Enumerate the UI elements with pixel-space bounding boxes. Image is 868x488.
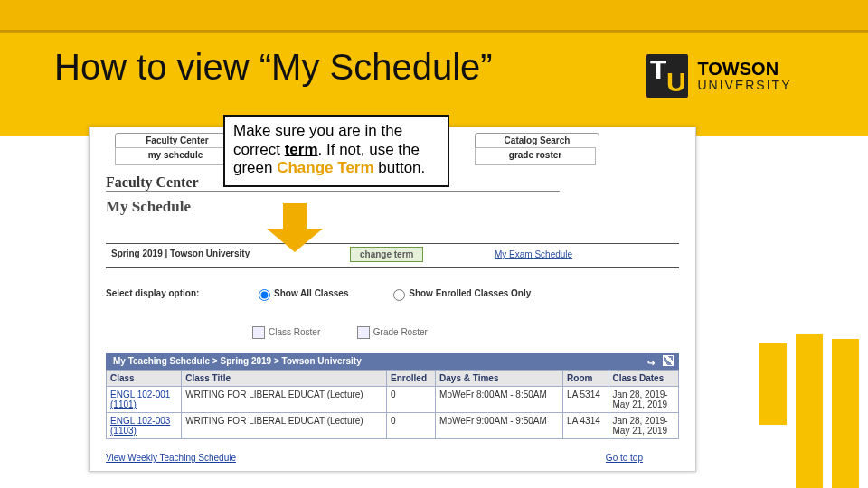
callout-term-word: term [285, 141, 318, 158]
instruction-callout: Make sure you are in the correct term. I… [223, 115, 449, 187]
teaching-schedule-table: ClassClass TitleEnrolledDays & TimesRoom… [106, 370, 679, 439]
class-title-cell: WRITING FOR LIBERAL EDUCAT (Lecture) [182, 387, 387, 413]
enrolled-cell: 0 [386, 413, 435, 439]
table-header: Enrolled [386, 371, 435, 387]
grid-icon[interactable] [663, 355, 674, 366]
daytime-cell: MoWeFr 9:00AM - 9:50AM [436, 413, 563, 439]
section-faculty-center-heading: Faculty Center [106, 174, 199, 191]
go-to-top-link[interactable]: Go to top [606, 453, 643, 463]
current-term-label: Spring 2019 | Towson University [111, 249, 250, 258]
subtab-my-schedule[interactable]: my schedule [116, 150, 235, 160]
table-header: Days & Times [436, 371, 563, 387]
subtab-grade-roster[interactable]: grade roster [476, 150, 595, 160]
faculty-center-panel: Faculty Center Catalog Search my schedul… [89, 127, 696, 472]
change-term-button[interactable]: change term [350, 247, 423, 262]
logo-u-letter: U [666, 67, 686, 98]
legend-row: Class Roster Grade Roster [252, 326, 428, 339]
legend-grade-roster: Grade Roster [373, 327, 428, 337]
dates-cell: Jan 28, 2019- May 21, 2019 [609, 413, 678, 439]
teaching-schedule-bar: My Teaching Schedule > Spring 2019 > Tow… [106, 353, 679, 370]
logo-mark-icon: T U [646, 54, 688, 98]
room-cell: LA 4314 [563, 413, 609, 439]
section-my-schedule-heading: My Schedule [106, 198, 191, 216]
class-link[interactable]: ENGL 102-001 [110, 389, 170, 399]
logo-text-line2: UNIVERSITY [697, 79, 791, 92]
class-number-link[interactable]: (1101) [110, 399, 137, 409]
radio-show-enrolled-input[interactable] [393, 289, 405, 301]
divider [106, 191, 560, 192]
teaching-schedule-bar-text: My Teaching Schedule > Spring 2019 > Tow… [113, 356, 362, 366]
class-link[interactable]: ENGL 102-003 [110, 416, 170, 426]
radio-show-all[interactable]: Show All Classes [254, 288, 348, 298]
export-icon[interactable] [647, 355, 656, 364]
logo-t-letter: T [650, 54, 666, 85]
table-header: Room [563, 371, 609, 387]
grade-roster-icon [357, 326, 370, 339]
class-number-link[interactable]: (1103) [110, 426, 137, 436]
class-roster-icon [252, 326, 265, 339]
daytime-cell: MoWeFr 8:00AM - 8:50AM [436, 387, 563, 413]
room-cell: LA 5314 [563, 387, 609, 413]
slide-title: How to view “My Schedule” [54, 47, 493, 88]
radio-show-enrolled[interactable]: Show Enrolled Classes Only [389, 288, 531, 298]
towson-logo: T U TOWSON UNIVERSITY [646, 54, 836, 105]
table-header: Class Dates [609, 371, 678, 387]
logo-text-line1: TOWSON [697, 60, 791, 79]
class-title-cell: WRITING FOR LIBERAL EDUCAT (Lecture) [182, 413, 387, 439]
decorative-stripes [741, 298, 868, 488]
radio-show-all-input[interactable] [259, 289, 270, 301]
radio-show-all-label: Show All Classes [274, 288, 348, 298]
term-row: Spring 2019 | Towson University change t… [106, 243, 679, 268]
table-row: ENGL 102-001(1101)WRITING FOR LIBERAL ED… [107, 387, 679, 413]
display-option-label: Select display option: [106, 288, 199, 298]
my-exam-schedule-link[interactable]: My Exam Schedule [495, 249, 572, 259]
arrow-down-icon [267, 203, 321, 253]
radio-show-enrolled-label: Show Enrolled Classes Only [409, 288, 531, 298]
callout-post: button. [374, 159, 426, 176]
callout-changeterm-word: Change Term [277, 159, 373, 176]
legend-class-roster: Class Roster [269, 327, 320, 337]
table-header: Class Title [182, 371, 387, 387]
table-row: ENGL 102-003(1103)WRITING FOR LIBERAL ED… [107, 413, 679, 439]
enrolled-cell: 0 [386, 387, 435, 413]
dates-cell: Jan 28, 2019- May 21, 2019 [609, 387, 678, 413]
table-header: Class [107, 371, 182, 387]
view-weekly-schedule-link[interactable]: View Weekly Teaching Schedule [106, 453, 236, 463]
